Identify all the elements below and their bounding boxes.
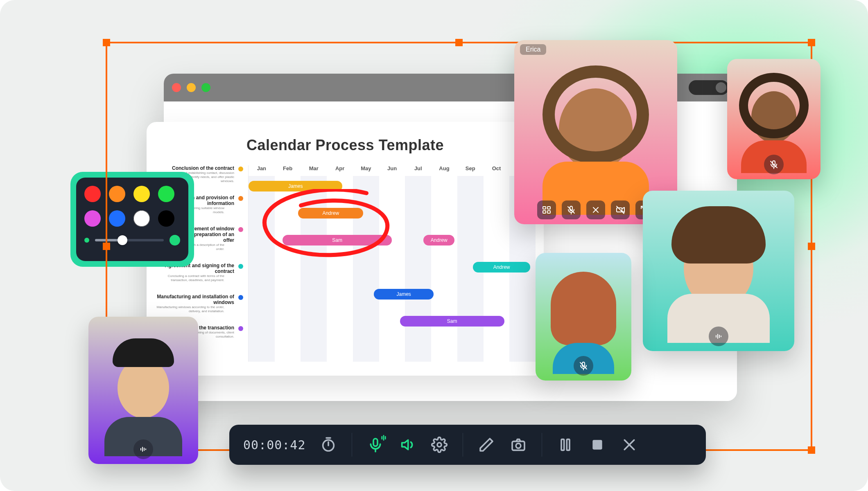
resize-handle-ml[interactable]	[103, 243, 110, 250]
screenshot-button[interactable]	[509, 435, 528, 454]
participant-tile-5[interactable]	[88, 317, 198, 464]
cancel-button[interactable]	[620, 435, 639, 454]
microphone-button[interactable]	[366, 435, 385, 454]
camera-off-button[interactable]	[611, 200, 630, 219]
mic-muted-icon[interactable]	[574, 356, 593, 376]
svg-rect-41	[567, 439, 570, 450]
svg-rect-3	[547, 211, 550, 213]
size-small-icon	[84, 238, 89, 243]
svg-line-11	[617, 206, 624, 214]
svg-marker-36	[402, 440, 408, 449]
participant-name-tag: Erica	[520, 44, 546, 55]
audio-active-icon[interactable]	[133, 439, 153, 459]
pause-button[interactable]	[556, 435, 575, 454]
svg-rect-0	[543, 207, 546, 209]
recording-toolbar: 00:00:42	[229, 425, 706, 465]
resize-handle-tm[interactable]	[455, 39, 463, 46]
layout-button[interactable]	[537, 200, 556, 219]
resize-handle-tr[interactable]	[808, 39, 815, 46]
svg-point-39	[516, 444, 521, 448]
timer-button[interactable]	[319, 435, 338, 454]
participant-tile-2[interactable]	[727, 59, 821, 179]
speaker-button[interactable]	[398, 435, 417, 454]
draw-button[interactable]	[477, 435, 496, 454]
resize-handle-tl[interactable]	[103, 39, 110, 46]
resize-handle-mr[interactable]	[808, 243, 815, 250]
participant-tile-4[interactable]	[536, 253, 631, 381]
resize-handle-br[interactable]	[808, 446, 815, 454]
audio-active-icon[interactable]	[709, 327, 728, 346]
svg-point-37	[437, 443, 441, 447]
mic-muted-icon[interactable]	[764, 155, 784, 174]
color-swatch[interactable]	[84, 186, 101, 202]
record-time: 00:00:42	[243, 438, 306, 452]
close-tile-button[interactable]	[586, 200, 605, 219]
svg-rect-40	[561, 439, 564, 450]
svg-rect-1	[543, 211, 546, 213]
participant-tile-3[interactable]	[643, 191, 794, 351]
color-swatch[interactable]	[84, 210, 101, 227]
svg-rect-2	[547, 207, 550, 209]
stage: Calendar Process Template Conclusion of …	[0, 0, 868, 491]
svg-rect-31	[373, 439, 377, 446]
svg-rect-42	[592, 440, 602, 449]
settings-button[interactable]	[430, 435, 449, 454]
mute-mic-button[interactable]	[562, 200, 581, 219]
stop-button[interactable]	[588, 435, 607, 454]
